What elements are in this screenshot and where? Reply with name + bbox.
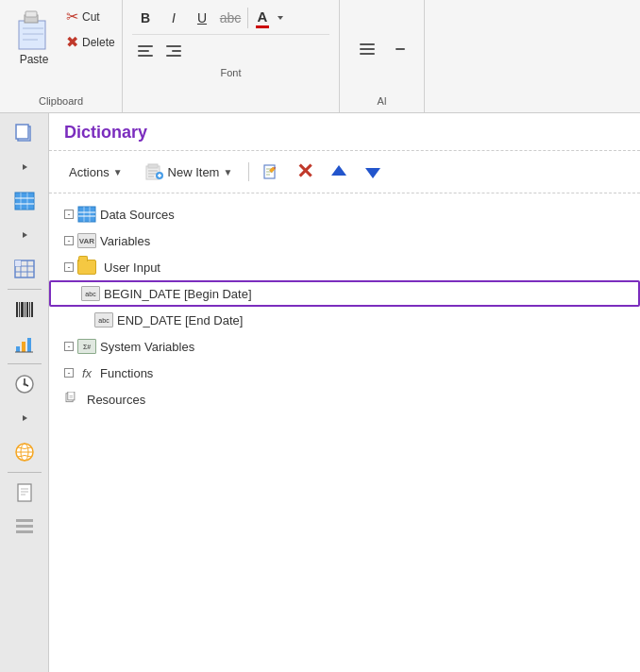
globe-icon xyxy=(14,442,35,462)
svg-rect-41 xyxy=(18,484,31,501)
bold-button[interactable]: B xyxy=(132,6,159,30)
expand-functions[interactable]: - xyxy=(64,368,74,378)
sidebar-doc-btn[interactable] xyxy=(7,477,42,509)
svg-rect-8 xyxy=(16,125,28,139)
align-left-button[interactable] xyxy=(132,39,159,63)
dict-header: Dictionary xyxy=(49,113,640,151)
resources-label: Resources xyxy=(87,393,145,407)
sidebar-divider3 xyxy=(8,472,42,473)
functions-label: Functions xyxy=(100,366,153,380)
font-color-a: A xyxy=(258,8,268,25)
svg-point-36 xyxy=(23,383,25,386)
font-color-dropdown-icon[interactable] xyxy=(275,10,286,25)
begin-date-label: BEGIN_DATE [Begin Date] xyxy=(104,287,252,301)
tree-item-begin-date[interactable]: abc BEGIN_DATE [Begin Date] xyxy=(49,280,640,307)
svg-marker-63 xyxy=(365,168,380,178)
chevron-right-icon2 xyxy=(20,230,29,240)
svg-rect-26 xyxy=(26,302,28,317)
tree-item-end-date[interactable]: abc END_DATE [End Date] xyxy=(49,307,640,333)
delete-x-button[interactable]: ✕ xyxy=(291,159,319,185)
svg-rect-64 xyxy=(78,207,95,222)
edit-button[interactable] xyxy=(257,159,285,185)
move-up-button[interactable] xyxy=(325,159,353,185)
expand-system-variables[interactable]: - xyxy=(64,342,74,351)
toolbar: Paste ✂ Cut ✖ Delete Clipboard B I U abc xyxy=(0,0,640,113)
tree-item-user-input[interactable]: - User Input xyxy=(49,254,640,280)
svg-marker-37 xyxy=(23,415,27,421)
fx-icon: fx xyxy=(77,365,96,380)
font-label: Font xyxy=(220,67,241,78)
font-color-button[interactable]: A xyxy=(252,7,273,30)
edit-icon xyxy=(262,163,279,180)
scissors-icon: ✂ xyxy=(66,8,78,25)
svg-marker-62 xyxy=(331,165,346,176)
svg-rect-22 xyxy=(16,302,18,317)
sidebar-clock-btn[interactable] xyxy=(7,368,42,400)
svg-rect-49 xyxy=(148,164,158,168)
sidebar-expand-btn2[interactable] xyxy=(7,219,42,251)
expand-variables[interactable]: - xyxy=(64,236,74,245)
abc-icon-begin: abc xyxy=(81,286,100,301)
data-sources-table-icon xyxy=(77,206,96,223)
paste-button[interactable]: Paste xyxy=(9,6,59,70)
sidebar-table-btn[interactable] xyxy=(7,185,42,217)
font-row2 xyxy=(132,35,329,63)
expand-user-input[interactable]: - xyxy=(64,262,74,272)
svg-rect-10 xyxy=(15,193,34,210)
dict-tree[interactable]: - Data Sources - VAR Variables - xyxy=(49,193,640,672)
move-down-button[interactable] xyxy=(359,159,387,185)
align-btn-2[interactable] xyxy=(384,37,411,61)
align-right-button[interactable] xyxy=(160,39,187,63)
sidebar-list-btn[interactable] xyxy=(7,511,42,543)
align-label: Al xyxy=(378,95,387,107)
cut-button[interactable]: ✂ Cut xyxy=(62,6,119,27)
delete-label: Delete xyxy=(82,36,115,49)
data-sources-label: Data Sources xyxy=(100,208,175,222)
underline-button[interactable]: U xyxy=(189,6,215,30)
actions-button[interactable]: Actions ▼ xyxy=(60,160,131,184)
svg-marker-6 xyxy=(278,16,283,20)
sidebar xyxy=(0,113,49,672)
sidebar-expand-btn3[interactable] xyxy=(7,402,42,434)
svg-rect-0 xyxy=(19,21,45,49)
sidebar-expand-btn1[interactable] xyxy=(7,151,42,183)
sidebar-chart-btn[interactable] xyxy=(7,328,42,360)
italic-button[interactable]: I xyxy=(160,6,187,30)
tree-item-system-variables[interactable]: - Σ# System Variables xyxy=(49,333,640,360)
tree-item-variables[interactable]: - VAR Variables xyxy=(49,227,640,254)
new-item-button[interactable]: New Item ▼ xyxy=(137,159,242,185)
tree-item-data-sources[interactable]: - Data Sources xyxy=(49,201,640,227)
list-icon xyxy=(14,516,35,537)
svg-rect-46 xyxy=(16,525,33,528)
dictionary-panel: Dictionary Actions ▼ xyxy=(49,113,640,672)
strikethrough-button[interactable]: abc xyxy=(217,6,244,30)
arrow-up-icon xyxy=(329,162,348,181)
sidebar-copy-pages-btn[interactable] xyxy=(7,117,42,149)
toolbar-separator xyxy=(248,162,249,181)
font-row1: B I U abc A xyxy=(132,6,329,35)
svg-rect-29 xyxy=(16,346,20,352)
sidebar-crosstab-btn[interactable] xyxy=(7,253,42,285)
svg-rect-31 xyxy=(27,338,31,352)
clipboard-label: Clipboard xyxy=(39,95,83,107)
actions-label: Actions xyxy=(69,165,109,179)
delete-x-icon2: ✕ xyxy=(296,161,313,182)
sidebar-divider1 xyxy=(8,289,42,290)
variables-label: Variables xyxy=(100,234,150,248)
align-btn-1[interactable] xyxy=(354,37,380,61)
tree-item-resources[interactable]: Resources xyxy=(49,386,640,412)
system-variables-label: System Variables xyxy=(100,340,194,354)
sidebar-barcode-btn[interactable] xyxy=(7,294,42,326)
main-area: Dictionary Actions ▼ xyxy=(0,113,640,672)
new-item-chevron-icon: ▼ xyxy=(223,167,232,177)
end-date-label: END_DATE [End Date] xyxy=(117,313,243,328)
delete-button[interactable]: ✖ Delete xyxy=(62,31,119,53)
clipboard-section: Paste ✂ Cut ✖ Delete Clipboard xyxy=(0,0,123,112)
tree-item-functions[interactable]: - fx Functions xyxy=(49,360,640,386)
doc-icon xyxy=(14,482,35,503)
svg-rect-47 xyxy=(16,530,33,533)
chevron-right-icon3 xyxy=(20,413,29,423)
expand-data-sources[interactable]: - xyxy=(64,210,74,219)
sidebar-globe-btn[interactable] xyxy=(7,436,42,468)
align-section: Al xyxy=(340,0,425,112)
